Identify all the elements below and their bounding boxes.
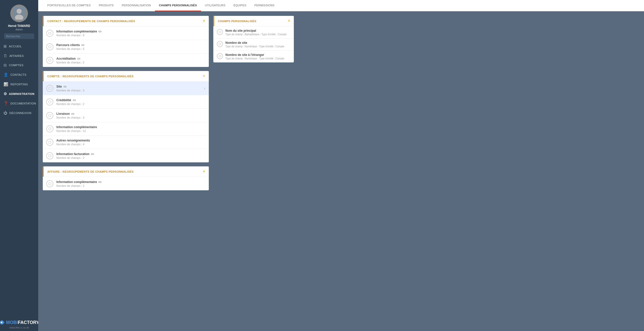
compte-mobile-icon-1: ▭ bbox=[73, 98, 76, 102]
avatar bbox=[10, 5, 28, 22]
contact-item-icon-1 bbox=[46, 43, 53, 50]
affaire-panel: AFFAIRE : REGROUPEMENTS DE CHAMPS PERSON… bbox=[43, 166, 209, 190]
right-column: CHAMPS PERSONNALISÉS + Nom du site princ… bbox=[213, 16, 294, 326]
affaire-item-content-0: Information complémentaire ▭ Nombre de c… bbox=[56, 180, 205, 187]
sidebar-item-accueil[interactable]: ⊞ ACCUEIL bbox=[0, 42, 38, 51]
svg-point-10 bbox=[49, 128, 51, 130]
contact-item-1[interactable]: Parcours clients ▭ Nombre de champs : 5 bbox=[43, 40, 209, 53]
right-panel-header: CHAMPS PERSONNALISÉS + bbox=[213, 16, 294, 26]
sidebar-item-deconnexion[interactable]: ⏻ DÉCONNEXION bbox=[0, 108, 38, 118]
contact-item-0[interactable]: Information complémentaire ▭ Nombre de c… bbox=[43, 26, 209, 40]
contact-add-button[interactable]: + bbox=[203, 18, 205, 24]
compte-item-title-4: Autres renseignements bbox=[56, 139, 205, 142]
compte-panel-header: COMPTE : REGROUPEMENTS DE CHAMPS PERSONN… bbox=[43, 71, 209, 81]
sidebar-item-documentation[interactable]: ❓ DOCUMENTATION bbox=[0, 99, 38, 108]
svg-point-12 bbox=[49, 155, 51, 157]
sidebar-item-affaires[interactable]: 🗒 AFFAIRES bbox=[0, 51, 38, 60]
compte-add-button[interactable]: + bbox=[203, 73, 205, 79]
contact-item-subtitle-1: Nombre de champs : 5 bbox=[56, 47, 205, 50]
compte-item-1[interactable]: Crédibilité ▭ Nombre de champs : 2 bbox=[43, 95, 209, 108]
svg-point-4 bbox=[49, 32, 51, 34]
compte-item-icon-1 bbox=[46, 98, 53, 105]
affaires-icon: 🗒 bbox=[4, 54, 8, 58]
right-item-subtitle-1: Type de champ : Numérique - Type d'entit… bbox=[225, 45, 290, 48]
affaire-add-button[interactable]: + bbox=[203, 169, 205, 174]
sidebar-item-administration[interactable]: ⚙ ADMINISTRATION bbox=[0, 89, 38, 99]
compte-item-0[interactable]: Site ▭ Nombre de champs : 3 › bbox=[43, 81, 209, 95]
compte-panel: COMPTE : REGROUPEMENTS DE CHAMPS PERSONN… bbox=[43, 71, 209, 162]
right-panel: CHAMPS PERSONNALISÉS + Nom du site princ… bbox=[213, 16, 294, 62]
svg-point-1 bbox=[17, 9, 22, 14]
compte-item-content-3: Information complémentaire Nombre de cha… bbox=[56, 125, 205, 132]
compte-item-4[interactable]: Autres renseignements Nombre de champs :… bbox=[43, 135, 209, 149]
logo-mobi: MOBI bbox=[6, 320, 18, 325]
right-panel-title: CHAMPS PERSONNALISÉS bbox=[218, 20, 256, 23]
contact-item-content-0: Information complémentaire ▭ Nombre de c… bbox=[56, 29, 205, 37]
compte-item-content-0: Site ▭ Nombre de champs : 3 bbox=[56, 85, 204, 92]
compte-item-content-5: Information facturation ▭ Nombre de cham… bbox=[56, 152, 205, 159]
right-item-title-1: Nombre de site bbox=[225, 41, 290, 45]
svg-point-5 bbox=[49, 46, 51, 48]
tab-equipes[interactable]: ÉQUIPES bbox=[229, 0, 250, 11]
sidebar-item-reporting[interactable]: 📊 REPORTING bbox=[0, 80, 38, 89]
tab-utilisateurs[interactable]: UTILISATEURS bbox=[201, 0, 230, 11]
compte-item-3[interactable]: Information complémentaire Nombre de cha… bbox=[43, 122, 209, 135]
compte-item-2[interactable]: Livraison ▭ Nombre de champs : 3 bbox=[43, 108, 209, 122]
svg-point-7 bbox=[49, 87, 51, 90]
compte-item-subtitle-4: Nombre de champs : 4 bbox=[56, 143, 205, 146]
right-item-icon-1 bbox=[217, 41, 223, 47]
contact-item-subtitle-0: Nombre de champs : 8 bbox=[56, 34, 205, 37]
right-item-0[interactable]: Nom du site principal Type de champ : Al… bbox=[213, 26, 294, 38]
compte-item-content-1: Crédibilité ▭ Nombre de champs : 2 bbox=[56, 98, 205, 105]
user-role: Admin bbox=[16, 28, 23, 31]
compte-item-icon-3 bbox=[46, 125, 53, 132]
tab-produits[interactable]: PRODUITS bbox=[95, 0, 118, 11]
right-item-title-2: Nombre de site à l'étranger bbox=[225, 53, 290, 57]
right-item-title-0: Nom du site principal bbox=[225, 29, 290, 32]
mobifactory-logo-icon bbox=[0, 319, 5, 325]
search-input[interactable] bbox=[4, 33, 34, 39]
right-item-2[interactable]: Nombre de site à l'étranger Type de cham… bbox=[213, 50, 294, 62]
sidebar-item-comptes[interactable]: ⊟ COMPTES bbox=[0, 60, 38, 70]
tab-permissions[interactable]: PERMISSIONS bbox=[250, 0, 278, 11]
sidebar: Hervé TAMARD Admin ⊞ ACCUEIL 🗒 AFFAIRES … bbox=[0, 0, 38, 331]
tab-portefeuilles[interactable]: PORTEFEUILLES DE COMPTES bbox=[43, 0, 95, 11]
chevron-right-icon: › bbox=[204, 86, 205, 91]
svg-point-6 bbox=[49, 59, 51, 62]
compte-item-5[interactable]: Information facturation ▭ Nombre de cham… bbox=[43, 149, 209, 162]
content-area: CONTACT : REGROUPEMENTS DE CHAMPS PERSON… bbox=[38, 11, 644, 331]
compte-item-subtitle-3: Nombre de champs : 12 bbox=[56, 129, 205, 132]
svg-point-11 bbox=[49, 141, 51, 143]
svg-point-15 bbox=[219, 43, 221, 45]
contact-panel: CONTACT : REGROUPEMENTS DE CHAMPS PERSON… bbox=[43, 16, 209, 67]
mobile-icon-0: ▭ bbox=[98, 29, 101, 33]
tab-personnalisation[interactable]: PERSONNALISATION bbox=[118, 0, 155, 11]
logo-version: MobiCRM v1.31.d8 bbox=[0, 326, 38, 329]
affaire-item-0[interactable]: Information complémentaire ▭ Nombre de c… bbox=[43, 177, 209, 190]
compte-item-subtitle-0: Nombre de champs : 3 bbox=[56, 89, 204, 92]
contact-item-content-2: Accréditation ▭ Nombre de champs : 2 bbox=[56, 57, 205, 64]
compte-item-title-2: Livraison ▭ bbox=[56, 112, 205, 116]
compte-mobile-icon-5: ▭ bbox=[91, 152, 94, 156]
right-item-1[interactable]: Nombre de site Type de champ : Numérique… bbox=[213, 38, 294, 50]
sidebar-logo: MOBIFACTORY MobiCRM v1.31.d8 bbox=[0, 315, 38, 331]
compte-item-title-3: Information complémentaire bbox=[56, 125, 205, 129]
compte-item-subtitle-5: Nombre de champs : 2 bbox=[56, 156, 205, 159]
sidebar-nav: ⊞ ACCUEIL 🗒 AFFAIRES ⊟ COMPTES 👤 CONTACT… bbox=[0, 42, 38, 118]
contact-item-content-1: Parcours clients ▭ Nombre de champs : 5 bbox=[56, 43, 205, 50]
right-item-icon-2 bbox=[217, 53, 223, 59]
reporting-icon: 📊 bbox=[4, 82, 9, 87]
contact-section-title: CONTACT : REGROUPEMENTS DE CHAMPS PERSON… bbox=[47, 20, 135, 23]
contact-item-2[interactable]: Accréditation ▭ Nombre de champs : 2 bbox=[43, 53, 209, 67]
affaire-panel-header: AFFAIRE : REGROUPEMENTS DE CHAMPS PERSON… bbox=[43, 166, 209, 177]
right-panel-add-button[interactable]: + bbox=[288, 18, 290, 24]
compte-mobile-icon-0: ▭ bbox=[63, 85, 66, 88]
right-item-subtitle-2: Type de champ : Numérique - Type d'entit… bbox=[225, 57, 290, 60]
compte-item-content-4: Autres renseignements Nombre de champs :… bbox=[56, 139, 205, 146]
compte-item-subtitle-1: Nombre de champs : 2 bbox=[56, 102, 205, 105]
svg-point-16 bbox=[219, 55, 221, 57]
tab-champs[interactable]: CHAMPS PERSONNALISÉS bbox=[155, 0, 201, 11]
admin-icon: ⚙ bbox=[4, 92, 7, 96]
sidebar-item-contacts[interactable]: 👤 CONTACTS bbox=[0, 70, 38, 80]
contact-item-icon-0 bbox=[46, 30, 53, 37]
